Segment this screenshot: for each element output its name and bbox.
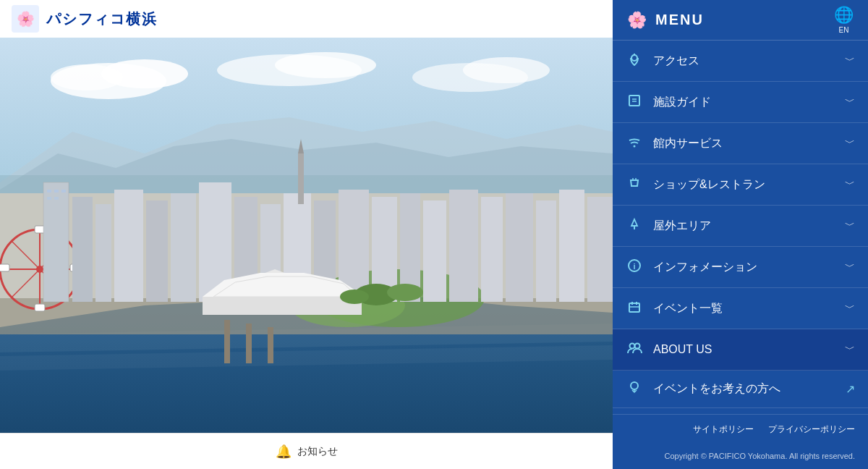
svg-rect-35: [47, 197, 51, 200]
copyright-section: Copyright © PACIFICO Yokohama. All right…: [613, 444, 868, 469]
access-label: アクセス: [653, 54, 835, 69]
left-panel: 🌸 パシフィコ横浜: [0, 0, 613, 469]
menu-title-group: 🌸 MENU: [627, 11, 704, 30]
svg-point-70: [631, 55, 637, 61]
info-icon: i: [626, 258, 643, 276]
nav-item-info[interactable]: i インフォメーション ﹀: [613, 247, 868, 288]
lang-label: EN: [839, 26, 849, 34]
language-button[interactable]: 🌐 EN: [834, 6, 854, 34]
about-chevron-icon: ﹀: [845, 343, 855, 356]
event-link-icon: [626, 380, 643, 398]
notification-text: お知らせ: [297, 445, 338, 458]
svg-text:🌸: 🌸: [17, 10, 35, 28]
nav-item-services[interactable]: 館内サービス ﹀: [613, 123, 868, 164]
nav-item-outdoor[interactable]: 屋外エリア ﹀: [613, 206, 868, 247]
svg-rect-39: [114, 190, 143, 302]
svg-point-74: [634, 145, 636, 147]
svg-marker-77: [631, 219, 637, 226]
svg-point-87: [631, 382, 638, 389]
services-label: 館内サービス: [653, 136, 835, 151]
about-label: ABOUT US: [653, 343, 835, 356]
privacy-policy-link[interactable]: プライバシーポリシー: [768, 423, 855, 436]
nav-item-events[interactable]: イベント一覧 ﹀: [613, 288, 868, 329]
shops-chevron-icon: ﹀: [845, 178, 855, 191]
svg-rect-52: [481, 197, 503, 302]
site-policy-link[interactable]: サイトポリシー: [693, 423, 754, 436]
svg-rect-51: [449, 190, 478, 302]
outdoor-chevron-icon: ﹀: [845, 219, 855, 232]
shops-label: ショップ&レストラン: [653, 177, 835, 193]
svg-rect-29: [0, 264, 9, 271]
svg-point-68: [387, 284, 423, 301]
event-link-label: イベントをお考えの方へ: [653, 381, 835, 397]
outdoor-label: 屋外エリア: [653, 219, 835, 234]
svg-rect-40: [146, 200, 168, 302]
svg-rect-66: [268, 327, 273, 363]
access-icon: [626, 52, 643, 70]
outdoor-icon: [626, 217, 643, 235]
svg-point-69: [340, 290, 369, 304]
svg-rect-64: [224, 320, 230, 363]
menu-header: 🌸 MENU 🌐 EN: [613, 0, 868, 41]
svg-point-85: [630, 343, 635, 348]
svg-rect-65: [246, 324, 252, 363]
svg-rect-54: [536, 200, 556, 302]
svg-point-86: [635, 343, 640, 348]
info-label: インフォメーション: [653, 260, 835, 275]
svg-rect-55: [559, 190, 584, 302]
events-label: イベント一覧: [653, 301, 835, 316]
nav-item-event-link[interactable]: イベントをお考えの方へ ↗: [613, 371, 868, 408]
access-chevron-icon: ﹀: [845, 54, 855, 67]
svg-rect-50: [423, 200, 446, 302]
svg-rect-61: [203, 297, 362, 315]
navigation-menu: 🌸 MENU 🌐 EN アクセス ﹀ 施設ガイド ﹀ 館内サービス ﹀ ショップ…: [613, 0, 868, 469]
svg-rect-62: [298, 153, 304, 204]
svg-rect-37: [72, 197, 93, 302]
svg-point-9: [463, 57, 550, 83]
services-chevron-icon: ﹀: [845, 137, 855, 150]
facility-label: 施設ガイド: [653, 95, 835, 110]
svg-point-7: [275, 52, 376, 78]
menu-flower-icon: 🌸: [627, 11, 647, 30]
facility-chevron-icon: ﹀: [845, 96, 855, 109]
nav-item-access[interactable]: アクセス ﹀: [613, 41, 868, 82]
menu-title: MENU: [655, 12, 704, 28]
footer-links: サイトポリシー プライバシーポリシー: [613, 414, 868, 444]
svg-rect-28: [35, 304, 45, 311]
shops-icon: [626, 176, 643, 194]
logo-text: パシフィコ横浜: [46, 9, 158, 29]
svg-rect-32: [47, 190, 51, 193]
nav-item-shops[interactable]: ショップ&レストラン ﹀: [613, 164, 868, 206]
logo-icon: 🌸: [12, 5, 39, 33]
svg-rect-34: [61, 190, 66, 193]
svg-rect-53: [506, 193, 533, 302]
svg-text:i: i: [633, 262, 635, 271]
copyright-text: Copyright © PACIFICO Yokohama. All right…: [665, 452, 855, 460]
svg-rect-30: [43, 182, 69, 302]
svg-point-5: [51, 64, 123, 90]
bell-icon: 🔔: [276, 444, 292, 460]
svg-rect-71: [629, 96, 639, 106]
bottom-bar: 🔔 お知らせ: [0, 433, 613, 469]
events-chevron-icon: ﹀: [845, 302, 855, 315]
services-icon: [626, 135, 643, 153]
facility-icon: [626, 93, 643, 111]
svg-rect-38: [95, 204, 111, 302]
site-header: 🌸 パシフィコ横浜: [0, 0, 613, 38]
nav-item-facility[interactable]: 施設ガイド ﹀: [613, 82, 868, 123]
events-icon: [626, 300, 643, 318]
svg-rect-81: [629, 303, 639, 312]
globe-icon: 🌐: [834, 6, 854, 25]
external-link-icon: ↗: [846, 382, 855, 396]
nav-list: アクセス ﹀ 施設ガイド ﹀ 館内サービス ﹀ ショップ&レストラン ﹀ 屋外エ…: [613, 41, 868, 414]
info-chevron-icon: ﹀: [845, 261, 855, 274]
hero-image: [0, 38, 613, 433]
svg-rect-41: [171, 193, 196, 302]
svg-rect-33: [54, 190, 59, 193]
svg-rect-56: [587, 197, 613, 302]
about-icon: [626, 341, 643, 359]
svg-rect-36: [54, 197, 59, 200]
nav-item-about[interactable]: ABOUT US ﹀: [613, 329, 868, 371]
